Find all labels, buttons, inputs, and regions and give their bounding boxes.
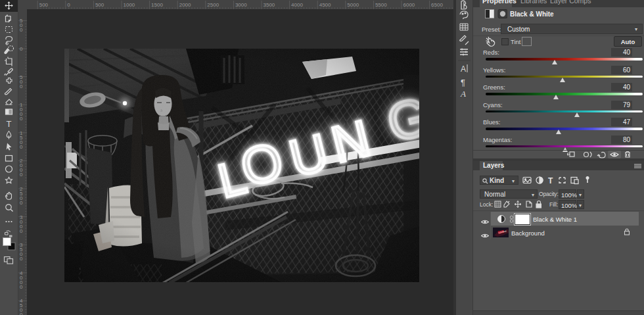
svg-text:1500: 1500	[151, 2, 163, 8]
svg-text:0: 0	[20, 172, 23, 178]
svg-text:0: 0	[20, 228, 23, 234]
svg-text:3000: 3000	[235, 2, 247, 8]
svg-text:0: 0	[67, 2, 70, 8]
svg-text:5500: 5500	[375, 2, 387, 8]
svg-text:0: 0	[20, 27, 23, 33]
svg-text:3500: 3500	[264, 2, 275, 8]
svg-text:6000: 6000	[403, 2, 415, 8]
svg-text:T: T	[548, 176, 553, 185]
svg-text:6500: 6500	[431, 2, 443, 8]
svg-text:T: T	[7, 119, 12, 129]
svg-text:0: 0	[20, 284, 23, 290]
svg-text:0: 0	[20, 84, 23, 89]
svg-text:5000: 5000	[347, 2, 359, 8]
svg-text:A: A	[460, 89, 466, 99]
svg-text:0: 0	[20, 312, 23, 315]
svg-text:A: A	[461, 64, 466, 74]
svg-text:1000: 1000	[124, 2, 135, 8]
svg-text:0: 0	[20, 144, 23, 150]
svg-text:2500: 2500	[207, 2, 219, 8]
svg-text:0: 0	[20, 200, 23, 206]
svg-text:0: 0	[20, 116, 23, 122]
svg-text:4000: 4000	[291, 2, 303, 8]
svg-text:2000: 2000	[179, 2, 191, 8]
svg-text:¶: ¶	[461, 78, 465, 87]
svg-text:0: 0	[20, 256, 23, 262]
svg-text:0: 0	[20, 46, 23, 52]
svg-text:4500: 4500	[319, 2, 331, 8]
svg-text:500: 500	[95, 2, 104, 8]
svg-text:500: 500	[39, 2, 49, 8]
